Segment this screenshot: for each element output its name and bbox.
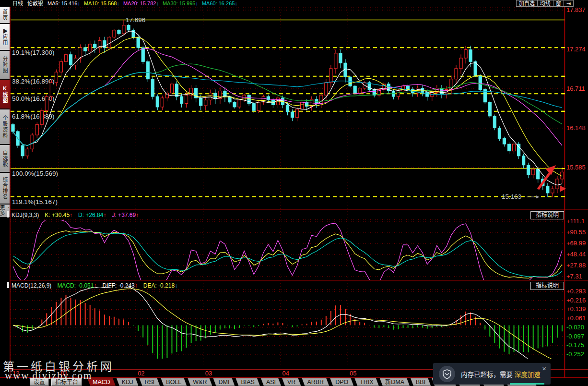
tab-DPO[interactable]: DPO	[330, 378, 353, 386]
left-sidebar: 首页▶应用分时图K线图个股资料自选股综合排名更多·	[0, 7, 11, 386]
svg-text:+0.293: +0.293	[566, 288, 586, 295]
toast-progress-bar	[510, 383, 544, 385]
svg-text:+0.061: +0.061	[566, 314, 586, 322]
memory-toast: 内存已超标，需要 深度加速 ×	[433, 363, 551, 385]
top-bar: 日线 伦敦银 MA5: 15.416↓MA10: 15.568↓MA20: 15…	[0, 0, 588, 7]
topbar-buttons: 加自选 均线 窗 ⇥	[517, 0, 574, 7]
kdj-title: KDJ(9,3,3)	[12, 212, 39, 218]
settings-button[interactable]: 设置	[30, 378, 49, 386]
collapse-icon[interactable]: ⇥	[564, 0, 574, 7]
tab-RSI[interactable]: RSI	[139, 378, 160, 386]
axis-labels: 12010203040517.83717.27416.71116.14815.5…	[12, 6, 586, 377]
svg-text:-0.097: -0.097	[566, 333, 584, 340]
svg-text:-0.020: -0.020	[566, 324, 584, 331]
tab-KDJ[interactable]: KDJ	[117, 378, 139, 386]
svg-text:15.585: 15.585	[566, 164, 586, 171]
indicator-value: MACD: -0.051↑	[57, 282, 96, 289]
svg-text:04: 04	[282, 370, 289, 377]
window-button[interactable]: 窗	[553, 0, 564, 7]
svg-text:+48.44: +48.44	[566, 251, 586, 258]
sidebar-item-自选股[interactable]: 自选股	[0, 145, 10, 172]
gridlines	[0, 7, 588, 377]
svg-text:16.711: 16.711	[566, 85, 585, 92]
svg-text:01: 01	[60, 370, 67, 377]
ma20-line	[13, 48, 562, 145]
svg-text:05: 05	[350, 370, 356, 377]
sidebar-item-个股资料[interactable]: 个股资料	[0, 109, 10, 144]
k-line	[13, 231, 562, 278]
svg-text:15.163: 15.163	[502, 193, 521, 200]
indicator-platform-button[interactable]: 指标平台	[51, 378, 82, 386]
tab-ASI[interactable]: ASI	[261, 378, 281, 386]
macd-panel-handle[interactable]	[7, 282, 9, 288]
tab-BBI[interactable]: BBI	[411, 378, 431, 386]
chart-canvas[interactable]: 19.1%(17.300)38.2%(16.890)50.0%(16.640)6…	[0, 0, 588, 386]
symbol-label: 伦敦银	[27, 0, 43, 6]
indicator-value: K: +30.45↑	[45, 212, 72, 218]
tab-MACD[interactable]: MACD	[87, 378, 116, 386]
kdj-panel-handle[interactable]	[7, 211, 9, 217]
sidebar-item-综合排名[interactable]: 综合排名	[0, 173, 10, 204]
ma-value: MA60: 16.265↓	[202, 0, 237, 6]
toast-close-icon[interactable]: ×	[542, 364, 546, 373]
ma-value: MA5: 15.416↓	[47, 0, 80, 6]
indicator-value: DIFF: -0.243↑	[102, 282, 137, 289]
tab-DMI[interactable]: DMI	[213, 378, 235, 386]
svg-text:+90.55: +90.55	[566, 229, 586, 236]
tab-BOLL[interactable]: BOLL	[161, 378, 187, 386]
main-chart: 19.1%(17.300)38.2%(16.890)50.0%(16.640)6…	[11, 16, 564, 205]
svg-text:+111.1: +111.1	[566, 217, 585, 225]
tab-TRIX[interactable]: TRIX	[354, 378, 378, 386]
candles	[12, 20, 564, 197]
svg-text:100.0%(15.569): 100.0%(15.569)	[12, 170, 58, 177]
shield-icon	[439, 366, 455, 382]
ma-value: MA20: 15.782↓	[123, 0, 159, 6]
kdj-header: KDJ(9,3,3) K: +30.45↑D: +26.84↑J: +37.69…	[12, 211, 144, 219]
toast-message: 内存已超标，需要 深度加速	[461, 369, 541, 379]
svg-text:02: 02	[138, 370, 144, 377]
kdj-indicator-help-button[interactable]: 指标说明	[530, 211, 564, 219]
macd-indicator-help-button[interactable]: 指标说明	[530, 282, 564, 290]
sidebar-item-分时图[interactable]: 分时图	[0, 51, 10, 79]
trading-app-window: 19.1%(17.300)38.2%(16.890)50.0%(16.640)6…	[0, 0, 588, 386]
tab-VR[interactable]: VR	[282, 378, 301, 386]
sidebar-item-K线图[interactable]: K线图	[0, 80, 10, 109]
sidebar-item-首页[interactable]: 首页	[0, 7, 10, 23]
svg-text:+0.139: +0.139	[566, 305, 586, 313]
d-line	[13, 232, 562, 277]
svg-text:+0.216: +0.216	[566, 297, 586, 304]
macd-panel	[13, 286, 562, 368]
tab-W&R[interactable]: W&R	[188, 378, 212, 386]
deep-boost-link[interactable]: 深度加速	[515, 371, 541, 378]
indicator-value: D: +26.84↑	[78, 212, 106, 218]
tab-ARBR[interactable]: ARBR	[302, 378, 329, 386]
period-label[interactable]: 日线	[12, 0, 23, 6]
svg-text:+69.99: +69.99	[566, 240, 586, 247]
svg-text:+27.88: +27.88	[566, 262, 586, 269]
diff-line	[13, 286, 562, 368]
svg-text:119.1%(15.167): 119.1%(15.167)	[12, 198, 58, 205]
svg-text:-0.175: -0.175	[566, 341, 584, 349]
macd-title: MACD(12,26,9)	[12, 282, 51, 289]
svg-text:17.696: 17.696	[126, 16, 145, 24]
tab-新DMA[interactable]: 新DMA	[380, 378, 410, 386]
svg-text:17.837: 17.837	[566, 6, 586, 13]
tab-BIAS[interactable]: BIAS	[235, 378, 260, 386]
svg-text:19.1%(17.300): 19.1%(17.300)	[12, 49, 55, 56]
ma-value: MA10: 15.568↓	[84, 0, 119, 6]
macd-header: MACD(12,26,9) MACD: -0.051↑DIFF: -0.243↑…	[12, 281, 183, 290]
svg-text:16.148: 16.148	[566, 124, 586, 132]
ma-readout: MA5: 15.416↓MA10: 15.568↓MA20: 15.782↓MA…	[47, 0, 241, 6]
ma-toggle-button[interactable]: 均线	[537, 0, 553, 7]
svg-text:+7.31: +7.31	[566, 273, 582, 280]
indicator-value: DEA: -0.218↓	[143, 282, 177, 289]
svg-text:03: 03	[205, 370, 212, 377]
add-watchlist-button[interactable]: 加自选	[516, 0, 538, 7]
sidebar-item-应用[interactable]: ▶应用	[0, 24, 10, 50]
ma-value: MA30: 15.995↓	[163, 0, 198, 6]
svg-text:17.274: 17.274	[566, 46, 586, 53]
svg-text:38.2%(16.890): 38.2%(16.890)	[12, 78, 55, 85]
indicator-value: J: +37.69↑	[112, 212, 139, 218]
svg-text:-0.252: -0.252	[566, 350, 584, 358]
svg-text:12: 12	[12, 370, 19, 377]
